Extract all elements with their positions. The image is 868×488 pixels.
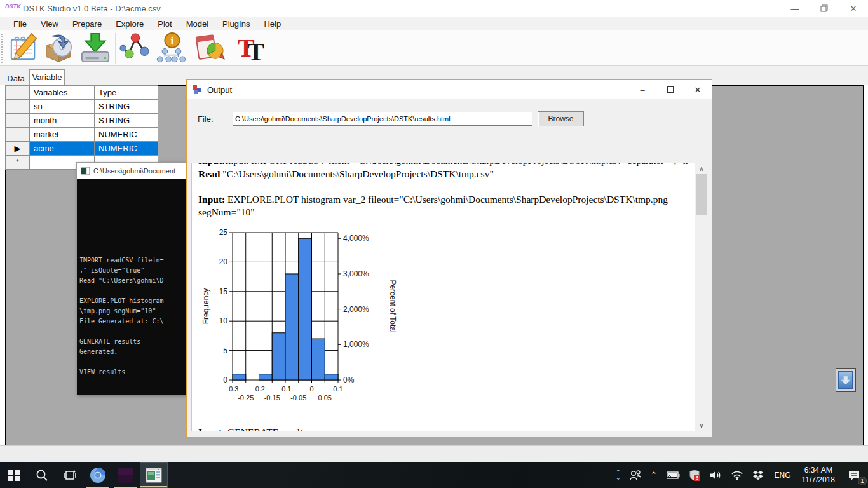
notepad-edit-button[interactable] (6, 32, 42, 65)
svg-text:i: i (171, 35, 174, 47)
forms-app-icon (146, 468, 162, 483)
console-line: Generated. (79, 347, 186, 357)
cell-variable-type[interactable]: STRING (95, 100, 158, 114)
column-header-type[interactable]: Type (95, 86, 158, 100)
console-line: VIEW results (79, 367, 186, 377)
volume-indicator[interactable] (705, 462, 726, 488)
scrollbar-up-button[interactable]: ∧ (696, 163, 707, 174)
output-minimize-button[interactable]: – (628, 80, 656, 99)
toolbar-drag-handle[interactable] (1, 34, 5, 63)
input-text: EXPLORE.PLOT histogram var_2 fileout="C:… (198, 194, 668, 217)
svg-text:0: 0 (223, 376, 227, 384)
main-minimize-button[interactable]: — (780, 0, 810, 17)
battery-indicator[interactable] (661, 462, 684, 488)
scrollbar-down-button[interactable]: ∨ (696, 420, 707, 431)
console-body[interactable]: ---------------------------- IMPORT read… (77, 179, 186, 395)
dropbox-icon (752, 470, 764, 480)
scroll-down-tool-button[interactable] (836, 368, 856, 392)
tab-variable[interactable]: Variable (29, 69, 65, 86)
main-titlebar[interactable]: DSTK DSTK Studio v1.0 Beta - D:\acme.csv… (0, 0, 868, 17)
import-data-icon (44, 32, 76, 64)
row-header[interactable] (6, 100, 30, 114)
save-data-button[interactable] (78, 32, 113, 65)
file-path-input[interactable] (233, 112, 532, 126)
read-line: Read "C:\Users\gohmi\Documents\SharpDeve… (198, 168, 688, 180)
column-header-variables[interactable]: Variables (30, 86, 95, 100)
menu-bar: FileViewPrepareExplorePlotModelPlugInsHe… (0, 17, 868, 30)
console-line (79, 286, 186, 296)
clipped-text-line: Input:Input: IMPORT readCSV filein="C:\U… (198, 163, 688, 167)
svg-text:-0.25: -0.25 (238, 394, 254, 402)
taskbar-app-chromium[interactable] (84, 462, 112, 488)
search-button[interactable] (28, 462, 56, 488)
cell-variable-name[interactable]: sn (30, 100, 95, 114)
cell-variable-name[interactable]: market (30, 128, 95, 142)
clock[interactable]: 6:34 AM 11/7/2018 (797, 462, 841, 488)
table-row-month[interactable]: monthSTRING (6, 114, 158, 128)
action-center-button[interactable]: 1 (840, 462, 868, 488)
chart-report-button[interactable] (193, 32, 229, 65)
tab-data[interactable]: Data (3, 72, 29, 85)
main-window-title: DSTK Studio v1.0 Beta - D:\acme.csv (23, 4, 161, 13)
menu-explore[interactable]: Explore (109, 18, 151, 30)
info-tree-button[interactable]: i (153, 32, 189, 65)
start-button[interactable] (0, 462, 28, 488)
wifi-indicator[interactable] (726, 462, 748, 488)
notification-badge: 1 (858, 477, 867, 485)
menu-file[interactable]: File (6, 18, 34, 30)
menu-plugins[interactable]: PlugIns (215, 18, 257, 30)
svg-text:-0.15: -0.15 (264, 394, 280, 402)
task-view-button[interactable] (56, 462, 84, 488)
taskbar: ⌃ ⌄ ⌃ (0, 462, 868, 488)
taskbar-scroll-arrows[interactable]: ⌃ ⌄ (612, 470, 625, 481)
scrollbar-thumb[interactable] (696, 174, 707, 215)
menu-help[interactable]: Help (257, 18, 288, 30)
menu-plot[interactable]: Plot (151, 18, 179, 30)
speaker-icon (709, 470, 722, 480)
menu-model[interactable]: Model (179, 18, 215, 30)
table-row-acme[interactable]: ▶acmeNUMERIC (6, 142, 158, 156)
row-header[interactable]: ▶ (6, 142, 30, 156)
console-line: ---------------------------- (79, 215, 186, 225)
cell-variable-name[interactable]: month (30, 114, 95, 128)
cell-variable-type[interactable]: NUMERIC (95, 142, 158, 156)
menu-view[interactable]: View (34, 18, 65, 30)
cell-variable-type[interactable]: NUMERIC (95, 128, 158, 142)
taskbar-app-purple[interactable] (112, 462, 140, 488)
menu-prepare[interactable]: Prepare (65, 18, 109, 30)
cell-variable-type[interactable]: STRING (95, 114, 158, 128)
browse-button[interactable]: Browse (538, 111, 584, 126)
input-prefix: Input: (198, 426, 225, 431)
save-data-icon (79, 32, 111, 64)
output-window-title: Output (207, 85, 232, 95)
cell-variable-name[interactable]: acme (30, 142, 95, 156)
row-header[interactable] (6, 114, 30, 128)
output-maximize-button[interactable] (656, 80, 684, 99)
output-titlebar[interactable]: Output – ✕ (187, 80, 712, 99)
console-titlebar[interactable]: C:\Users\gohmi\Document (77, 163, 186, 179)
table-row-sn[interactable]: snSTRING (6, 100, 158, 114)
results-html-view[interactable]: Input:Input: IMPORT readCSV filein="C:\U… (191, 163, 695, 431)
security-alert-indicator[interactable] (684, 462, 705, 488)
import-data-button[interactable] (42, 32, 78, 65)
taskbar-app-output-active[interactable] (140, 462, 168, 488)
chart-report-icon (195, 32, 227, 64)
input-text: GENERATE results (225, 426, 306, 431)
language-indicator[interactable]: ENG (768, 462, 796, 488)
svg-text:5: 5 (223, 346, 227, 355)
histogram-chart: 05101520250%1,000%2,000%3,000%4,000%-0.3… (200, 225, 688, 410)
table-row-market[interactable]: marketNUMERIC (6, 128, 158, 142)
main-close-button[interactable]: ✕ (839, 0, 868, 17)
main-restore-button[interactable] (810, 0, 839, 17)
model-nodes-button[interactable] (118, 32, 153, 65)
fonts-text-button[interactable]: T T (233, 32, 269, 65)
hidden-icons-chevron[interactable]: ⌃ (646, 462, 662, 488)
output-close-button[interactable]: ✕ (684, 80, 712, 99)
svg-text:Frequency: Frequency (201, 288, 210, 325)
people-button[interactable] (625, 462, 646, 488)
row-header[interactable] (6, 128, 30, 142)
console-line: \tmp.png segNum="10" (79, 306, 186, 316)
maximize-icon (667, 86, 674, 93)
vertical-scrollbar[interactable]: ∧ ∨ (696, 163, 707, 431)
dropbox-indicator[interactable] (748, 462, 768, 488)
